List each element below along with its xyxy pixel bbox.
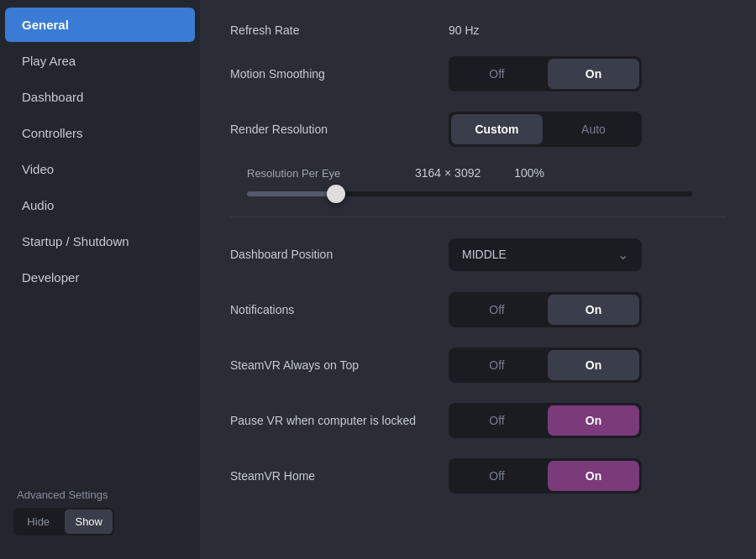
slider-track[interactable] — [247, 191, 692, 196]
steamvr-home-on-button[interactable]: On — [548, 461, 639, 491]
steamvr-always-on-top-off-button[interactable]: Off — [451, 350, 543, 380]
resolution-slider-container — [247, 191, 692, 196]
render-resolution-label: Render Resolution — [230, 123, 449, 136]
motion-smoothing-toggle: Off On — [449, 56, 642, 91]
sidebar-item-dashboard[interactable]: Dashboard — [5, 80, 195, 114]
slider-fill — [247, 191, 336, 196]
refresh-rate-label: Refresh Rate — [230, 24, 449, 37]
advanced-settings-toggle: Hide Show — [13, 508, 114, 535]
notifications-row: Notifications Off On — [230, 291, 726, 328]
pause-vr-label: Pause VR when computer is locked — [230, 414, 449, 427]
resolution-section: Resolution Per Eye 3164 × 3092 100% — [247, 166, 726, 196]
advanced-settings-label: Advanced Settings — [13, 488, 186, 501]
pause-vr-row: Pause VR when computer is locked Off On — [230, 402, 726, 439]
sidebar-item-startup-shutdown[interactable]: Startup / Shutdown — [5, 224, 195, 259]
hide-button[interactable]: Hide — [15, 509, 61, 534]
resolution-values: 3164 × 3092 100% — [415, 166, 544, 180]
dashboard-position-label: Dashboard Position — [230, 248, 449, 261]
sidebar-bottom: Advanced Settings Hide Show — [0, 478, 200, 552]
motion-smoothing-label: Motion Smoothing — [230, 67, 449, 81]
steamvr-always-on-top-row: SteamVR Always on Top Off On — [230, 347, 726, 384]
pause-vr-on-button[interactable]: On — [548, 405, 639, 436]
divider — [230, 217, 726, 217]
steamvr-always-on-top-label: SteamVR Always on Top — [230, 358, 449, 372]
sidebar-item-general[interactable]: General — [5, 8, 195, 42]
sidebar: General Play Area Dashboard Controllers … — [0, 0, 200, 559]
steamvr-always-on-top-toggle: Off On — [449, 347, 642, 383]
steamvr-home-off-button[interactable]: Off — [451, 461, 543, 491]
notifications-off-button[interactable]: Off — [451, 295, 543, 325]
steamvr-always-on-top-on-button[interactable]: On — [548, 350, 639, 380]
sidebar-item-label: Developer — [22, 270, 79, 285]
steamvr-home-row: SteamVR Home Off On — [230, 457, 726, 494]
steamvr-home-toggle: Off On — [449, 458, 642, 494]
notifications-on-button[interactable]: On — [548, 295, 639, 325]
sidebar-item-label: Dashboard — [22, 90, 83, 104]
notifications-label: Notifications — [230, 303, 449, 316]
sidebar-item-label: General — [22, 18, 69, 32]
sidebar-item-label: Play Area — [22, 54, 76, 68]
motion-smoothing-row: Motion Smoothing Off On — [230, 55, 726, 92]
motion-smoothing-off-button[interactable]: Off — [451, 59, 543, 89]
chevron-down-icon: ⌄ — [617, 247, 628, 263]
slider-thumb[interactable] — [327, 185, 345, 203]
sidebar-item-label: Audio — [22, 198, 54, 212]
motion-smoothing-on-button[interactable]: On — [548, 59, 639, 89]
sidebar-item-label: Controllers — [22, 126, 83, 140]
sidebar-item-video[interactable]: Video — [5, 152, 195, 186]
resolution-per-eye-value: 3164 × 3092 — [415, 166, 480, 180]
render-resolution-custom-button[interactable]: Custom — [451, 114, 543, 144]
sidebar-item-play-area[interactable]: Play Area — [5, 44, 195, 78]
render-resolution-row: Render Resolution Custom Auto — [230, 111, 726, 148]
dashboard-position-row: Dashboard Position MIDDLE ⌄ — [230, 236, 726, 273]
dashboard-position-dropdown[interactable]: MIDDLE ⌄ — [449, 238, 642, 271]
sidebar-item-label: Startup / Shutdown — [22, 234, 129, 248]
resolution-per-eye-row: Resolution Per Eye 3164 × 3092 100% — [247, 166, 726, 180]
pause-vr-off-button[interactable]: Off — [451, 405, 543, 436]
sidebar-item-audio[interactable]: Audio — [5, 188, 195, 222]
refresh-rate-row: Refresh Rate 90 Hz — [230, 24, 726, 37]
sidebar-item-developer[interactable]: Developer — [5, 260, 195, 295]
sidebar-item-controllers[interactable]: Controllers — [5, 116, 195, 150]
sidebar-item-label: Video — [22, 162, 54, 176]
main-content: Refresh Rate 90 Hz Motion Smoothing Off … — [200, 0, 756, 559]
pause-vr-toggle: Off On — [449, 403, 642, 438]
resolution-per-eye-label: Resolution Per Eye — [247, 167, 415, 180]
dashboard-position-value: MIDDLE — [462, 248, 507, 261]
render-resolution-auto-button[interactable]: Auto — [548, 114, 639, 144]
show-button[interactable]: Show — [65, 509, 113, 534]
notifications-toggle: Off On — [449, 292, 642, 327]
steamvr-home-label: SteamVR Home — [230, 469, 449, 483]
refresh-rate-value: 90 Hz — [449, 24, 480, 37]
render-resolution-toggle: Custom Auto — [449, 112, 642, 147]
resolution-per-eye-percent: 100% — [514, 166, 544, 180]
